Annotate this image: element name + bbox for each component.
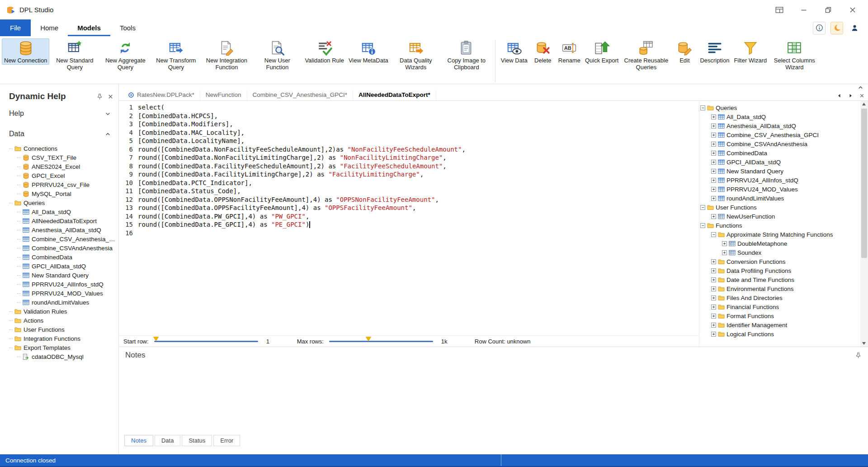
expand-toggle[interactable]: + — [711, 178, 716, 183]
editor-tab-allneededdatatoexport[interactable]: AllNeededDataToExport* — [353, 90, 436, 100]
tree-item-roundandlimitvalues[interactable]: +roundAndLimitValues — [699, 194, 860, 203]
section-help[interactable]: Help — [0, 105, 118, 122]
explorer-scrollbar[interactable] — [860, 101, 868, 347]
tree-item-combine-csv-anesthesia-gpci[interactable]: Combine_CSV_Anesthesia_GPCI — [6, 234, 118, 243]
tree-item-identifier-management[interactable]: +Identifier Management — [699, 320, 860, 329]
expand-toggle[interactable]: + — [711, 187, 716, 192]
expand-toggle[interactable]: + — [711, 142, 716, 147]
code-line-15[interactable]: 15round([CombinedData.PE_GPCI],4) as "PE… — [119, 220, 699, 229]
toolbar-button-view-metadata[interactable]: View MetaData — [346, 38, 391, 65]
tree-item-approximate-string-matching-functions[interactable]: −Approximate String Matching Functions — [699, 230, 860, 239]
editor-tab-newfunction[interactable]: NewFunction — [200, 90, 247, 100]
toolbar-button-filter-wizard[interactable]: Filter Wizard — [731, 38, 769, 65]
tree-item-newuserfunction[interactable]: +NewUserFunction — [699, 212, 860, 221]
toolbar-button-description[interactable]: Description — [698, 38, 731, 65]
toolbar-button-data-quality-wizards[interactable]: Data Quality Wizards — [391, 38, 441, 71]
user-icon[interactable] — [848, 22, 861, 34]
toolbar-button-new-connection[interactable]: New Connection — [2, 38, 49, 65]
tree-item-anes2024-excel[interactable]: ANES2024_Excel — [6, 162, 118, 171]
tree-item-gpci-alldata-stdq[interactable]: GPCI_AllData_stdQ — [6, 262, 118, 271]
tree-item-export-templates[interactable]: Export Templates — [6, 343, 118, 352]
editor-tab-combine-csv-anesthesia-gpci[interactable]: Combine_CSV_Anesthesia_GPCI* — [247, 90, 353, 100]
tree-item-combine-csvandanesthesia[interactable]: Combine_CSVAndAnesthesia — [6, 243, 118, 253]
tree-item-combineddata[interactable]: +CombinedData — [699, 148, 860, 157]
scroll-down-arrow[interactable] — [862, 342, 866, 345]
tree-item-integration-functions[interactable]: Integration Functions — [6, 334, 118, 343]
toolbar-button-new-transform-query[interactable]: New Transform Query — [151, 38, 201, 71]
tree-item-all-data-stdq[interactable]: All_Data_stdQ — [6, 207, 118, 216]
expand-toggle[interactable]: + — [711, 169, 716, 174]
code-line-7[interactable]: 7round([CombinedData.NonFacilityLimiting… — [119, 153, 699, 162]
tree-item-cdataodbc-mysql[interactable]: cdataODBC_Mysql — [6, 352, 118, 361]
restore-button[interactable] — [822, 4, 835, 16]
tree-item-anesthesia-alldata-stdq[interactable]: Anesthesia_AllData_stdQ — [6, 225, 118, 234]
code-line-6[interactable]: 6round([CombinedData.NonFacilityFeeSched… — [119, 145, 699, 154]
tree-item-queries[interactable]: −Queries — [699, 103, 860, 112]
menu-tab-home[interactable]: Home — [31, 19, 68, 36]
toolbar-button-new-aggregate-query[interactable]: New Aggregate Query — [100, 38, 151, 71]
start-row-thumb[interactable] — [153, 337, 159, 341]
tree-item-all-data-stdq[interactable]: +All_Data_stdQ — [699, 112, 860, 121]
code-editor[interactable]: 1select(2[CombinedData.HCPCS],3[Combined… — [119, 101, 699, 335]
tree-item-doublemetaphone[interactable]: +DoubleMetaphone — [699, 239, 860, 248]
tree-item-combine-csvandanesthesia[interactable]: +Combine_CSVAndAnesthesia — [699, 139, 860, 148]
toolbar-button-validation-rule[interactable]: Validation Rule — [302, 38, 346, 65]
pin-icon[interactable] — [96, 93, 103, 100]
tree-item-financial-functions[interactable]: +Financial Functions — [699, 302, 860, 311]
tree-item-connections[interactable]: Connections — [6, 144, 118, 153]
code-line-4[interactable]: 4[CombinedData.MAC_Locality], — [119, 129, 699, 137]
tree-item-logical-functions[interactable]: +Logical Functions — [699, 329, 860, 338]
collapse-toggle[interactable]: − — [700, 205, 705, 210]
menu-tab-file[interactable]: File — [0, 19, 31, 36]
scrollbar-thumb[interactable] — [861, 109, 867, 258]
expand-toggle[interactable]: + — [711, 305, 716, 310]
toolbar-button-new-standard-query[interactable]: New Standard Query — [49, 38, 100, 71]
code-line-5[interactable]: 5[CombinedData.LocalityName], — [119, 137, 699, 145]
tree-item-user-functions[interactable]: −User Functions — [699, 203, 860, 212]
toolbar-button-copy-image-to-clipboard[interactable]: Copy Image to Clipboard — [441, 38, 492, 71]
tree-item-roundandlimitvalues[interactable]: roundAndLimitValues — [6, 298, 118, 307]
expand-toggle[interactable]: + — [711, 160, 716, 165]
expand-toggle[interactable]: + — [711, 268, 716, 273]
code-line-8[interactable]: 8round([CombinedData.FacilityFeeSchedule… — [119, 162, 699, 171]
expand-toggle[interactable]: + — [722, 241, 727, 246]
expand-toggle[interactable]: + — [711, 214, 716, 219]
code-line-16[interactable]: 16 — [119, 229, 699, 238]
expand-toggle[interactable]: + — [711, 314, 716, 319]
theme-moon-icon[interactable] — [830, 22, 843, 34]
tree-item-functions[interactable]: −Functions — [699, 221, 860, 230]
tree-item-pprrvu24-mod-values[interactable]: +PPRRVU24_MOD_Values — [699, 185, 860, 194]
toolbar-button-view-data[interactable]: View Data — [499, 38, 530, 65]
toolbar-button-edit[interactable]: Edit — [671, 38, 698, 65]
tree-item-mysql-portal[interactable]: MySQL_Portal — [6, 189, 118, 198]
toolbar-button-quick-export[interactable]: Quick Export — [583, 38, 621, 65]
editor-tab-ratesnew-dplpack[interactable]: RatesNew.DPLPack* — [123, 90, 200, 100]
toolbar-button-select-columns-wizard[interactable]: Select Columns Wizard — [769, 38, 820, 71]
layout-icon[interactable] — [773, 4, 786, 16]
toolbar-button-new-user-function[interactable]: New User Function — [252, 38, 302, 71]
tree-item-pprrvu24-allinfos-stdq[interactable]: PPRRVU24_AllInfos_stdQ — [6, 280, 118, 289]
code-line-11[interactable]: 11[CombinedData.Status_Code], — [119, 187, 699, 195]
close-icon[interactable] — [107, 93, 114, 100]
tree-item-combineddata[interactable]: CombinedData — [6, 253, 118, 262]
tree-item-csv-text-file[interactable]: CSV_TEXT_File — [6, 153, 118, 162]
code-line-2[interactable]: 2[CombinedData.HCPCS], — [119, 112, 699, 120]
collapse-toggle[interactable]: − — [711, 232, 716, 237]
code-line-3[interactable]: 3[CombinedData.Modifiers], — [119, 120, 699, 129]
notes-tab-notes[interactable]: Notes — [124, 435, 153, 446]
notes-tab-error[interactable]: Error — [213, 435, 240, 446]
tree-item-actions[interactable]: Actions — [6, 316, 118, 325]
tree-item-new-standard-query[interactable]: New Standard Query — [6, 271, 118, 280]
expand-toggle[interactable]: + — [711, 277, 716, 282]
tree-item-queries[interactable]: Queries — [6, 198, 118, 207]
tree-item-new-standard-query[interactable]: +New Standard Query — [699, 167, 860, 176]
tree-item-combine-csv-anesthesia-gpci[interactable]: +Combine_CSV_Anesthesia_GPCI — [699, 130, 860, 139]
expand-toggle[interactable]: + — [711, 332, 716, 337]
tree-item-date-and-time-functions[interactable]: +Date and Time Functions — [699, 275, 860, 284]
info-icon[interactable] — [813, 22, 826, 34]
toolbar-button-rename[interactable]: ABRename — [556, 38, 583, 65]
code-line-12[interactable]: 12round([CombinedData.OPPSNonFacilityFee… — [119, 195, 699, 204]
tree-item-format-functions[interactable]: +Format Functions — [699, 311, 860, 320]
notes-pin-icon[interactable] — [854, 352, 862, 359]
code-line-10[interactable]: 10[CombinedData.PCTC_Indicator], — [119, 179, 699, 187]
